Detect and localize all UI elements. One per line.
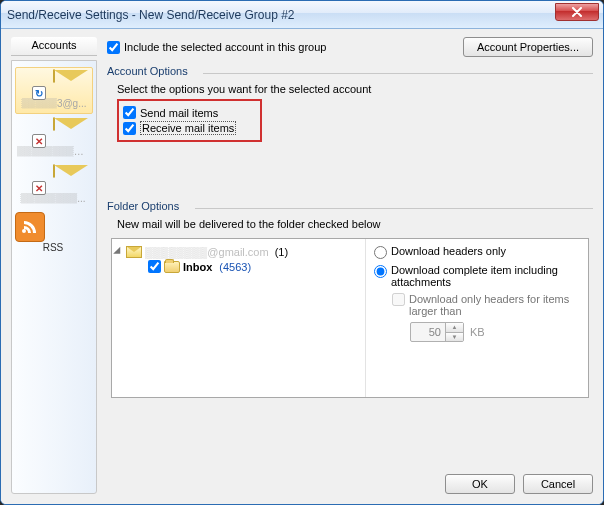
download-complete-label: Download complete item including attachm… <box>391 264 582 288</box>
envelope-icon: ✕ <box>34 118 74 146</box>
expand-icon[interactable] <box>113 247 124 258</box>
account-label: ▒▒▒▒▒▒▒▒... <box>15 193 91 204</box>
send-mail-label: Send mail items <box>140 107 218 119</box>
download-headers-input[interactable] <box>374 246 387 259</box>
folder-area: ▒▒▒▒▒▒▒▒@gmail.com (1) Inbox (4563) <box>111 238 589 398</box>
cancel-button[interactable]: Cancel <box>523 474 593 494</box>
tree-root[interactable]: ▒▒▒▒▒▒▒▒@gmail.com (1) <box>116 245 361 259</box>
account-item-2[interactable]: ✕ ▒▒▒▒▒▒▒▒... <box>15 163 93 208</box>
download-complete-input[interactable] <box>374 265 387 278</box>
root-count: (1) <box>272 246 288 258</box>
download-larger-label: Download only headers for items larger t… <box>409 293 582 317</box>
close-icon <box>571 7 583 17</box>
download-options: Download headers only Download complete … <box>374 239 588 397</box>
spin-up-button[interactable]: ▲ <box>446 323 463 333</box>
folder-options-subtitle: New mail will be delivered to the folder… <box>111 218 589 234</box>
highlight-box: Send mail items Receive mail items <box>117 99 262 142</box>
download-complete-radio[interactable]: Download complete item including attachm… <box>374 264 582 288</box>
sync-badge-icon: ↻ <box>32 86 46 100</box>
tree-inbox[interactable]: Inbox (4563) <box>116 259 361 274</box>
folder-options-group: Folder Options New mail will be delivere… <box>107 200 593 406</box>
folder-tree[interactable]: ▒▒▒▒▒▒▒▒@gmail.com (1) Inbox (4563) <box>112 239 366 397</box>
size-value-input[interactable] <box>411 323 445 341</box>
account-item-rss[interactable]: RSS <box>15 210 93 257</box>
client-area: Accounts ↻ ▒▒▒▒▒3@g... ✕ <box>1 29 603 504</box>
receive-mail-input[interactable] <box>123 122 136 135</box>
size-spinner: ▲ ▼ KB <box>374 322 582 342</box>
right-pane: Include the selected account in this gro… <box>107 37 593 494</box>
account-label: ▒▒▒▒▒▒▒▒@... <box>15 146 91 157</box>
rss-icon <box>15 212 45 242</box>
window-title: Send/Receive Settings - New Send/Receive… <box>7 8 295 22</box>
include-account-checkbox[interactable]: Include the selected account in this gro… <box>107 41 326 54</box>
dialog-window: Send/Receive Settings - New Send/Receive… <box>0 0 604 505</box>
inbox-count: (4563) <box>215 261 251 273</box>
size-unit: KB <box>470 326 485 338</box>
error-badge-icon: ✕ <box>32 134 46 148</box>
dialog-buttons: OK Cancel <box>107 464 593 494</box>
accounts-sidebar: Accounts ↻ ▒▒▒▒▒3@g... ✕ <box>11 37 97 494</box>
ok-button[interactable]: OK <box>445 474 515 494</box>
close-button[interactable] <box>555 3 599 21</box>
envelope-icon: ↻ <box>34 70 74 98</box>
account-properties-button[interactable]: Account Properties... <box>463 37 593 57</box>
mailbox-icon <box>126 246 142 258</box>
download-headers-label: Download headers only <box>391 245 506 257</box>
root-label: ▒▒▒▒▒▒▒▒@gmail.com <box>145 246 269 258</box>
inbox-label: Inbox <box>183 261 212 273</box>
receive-mail-checkbox[interactable]: Receive mail items <box>123 120 236 136</box>
accounts-list: ↻ ▒▒▒▒▒3@g... ✕ ▒▒▒▒▒▒▒▒@... <box>11 60 97 494</box>
account-item-0[interactable]: ↻ ▒▒▒▒▒3@g... <box>15 67 93 114</box>
include-account-input[interactable] <box>107 41 120 54</box>
titlebar: Send/Receive Settings - New Send/Receive… <box>1 1 603 29</box>
inbox-checkbox[interactable] <box>148 260 161 273</box>
envelope-icon: ✕ <box>34 165 74 193</box>
account-options-title: Account Options <box>107 65 593 79</box>
receive-mail-label: Receive mail items <box>140 121 236 135</box>
download-larger-checkbox[interactable]: Download only headers for items larger t… <box>374 293 582 317</box>
folder-options-title: Folder Options <box>107 200 593 214</box>
send-mail-checkbox[interactable]: Send mail items <box>123 105 236 120</box>
download-larger-input[interactable] <box>392 293 405 306</box>
account-options-group: Account Options Select the options you w… <box>107 65 593 150</box>
sidebar-header: Accounts <box>11 37 97 56</box>
error-badge-icon: ✕ <box>32 181 46 195</box>
include-account-label: Include the selected account in this gro… <box>124 41 326 53</box>
send-mail-input[interactable] <box>123 106 136 119</box>
account-label: ▒▒▒▒▒3@g... <box>16 98 92 109</box>
account-options-subtitle: Select the options you want for the sele… <box>117 83 589 99</box>
account-label: RSS <box>15 242 91 253</box>
download-headers-radio[interactable]: Download headers only <box>374 245 582 259</box>
spin-down-button[interactable]: ▼ <box>446 333 463 342</box>
account-item-1[interactable]: ✕ ▒▒▒▒▒▒▒▒@... <box>15 116 93 161</box>
folder-icon <box>164 261 180 273</box>
